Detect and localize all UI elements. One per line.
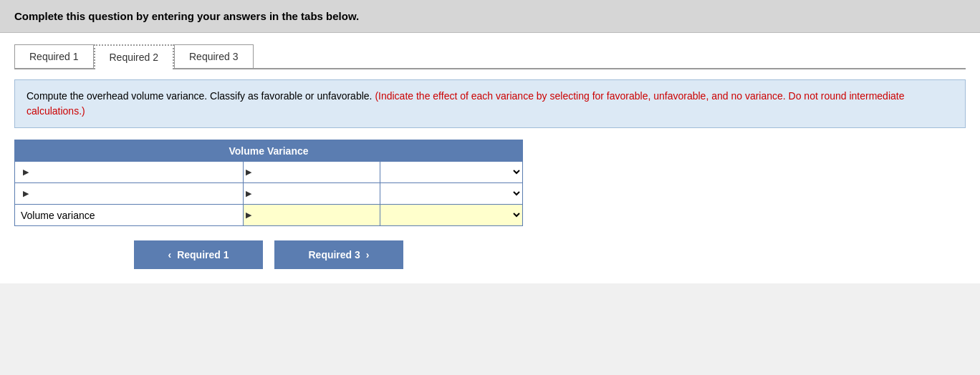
row-1-select-cell: Favorable Unfavorable No variance: [380, 162, 523, 183]
volume-variance-label: Volume variance: [15, 205, 244, 226]
volume-variance-select-cell: Favorable Unfavorable No variance: [380, 205, 523, 226]
nav-buttons: ‹ Required 1 Required 3 ›: [14, 240, 523, 269]
next-button[interactable]: Required 3 ›: [274, 240, 403, 269]
prev-arrow-icon: ‹: [168, 249, 171, 260]
row-1-select[interactable]: Favorable Unfavorable No variance: [380, 162, 522, 182]
table-row: ▶ ▶ Favorable: [15, 183, 523, 205]
row-2-label: ▶: [15, 183, 244, 205]
row-2-select[interactable]: Favorable Unfavorable No variance: [380, 183, 522, 204]
volume-variance-input-cell: ▶: [244, 205, 380, 226]
row-2-input[interactable]: [254, 183, 380, 204]
row-1-input-arrow: ▶: [244, 167, 254, 177]
page-wrapper: Complete this question by entering your …: [0, 0, 980, 375]
volume-variance-input[interactable]: [254, 205, 380, 225]
tab-required-2[interactable]: Required 2: [94, 44, 175, 69]
row-1-input[interactable]: [254, 162, 380, 182]
row-2-input-arrow: ▶: [244, 189, 254, 198]
volume-variance-input-arrow: ▶: [244, 210, 254, 220]
next-arrow-icon: ›: [366, 249, 370, 260]
row-1-left-arrow: ▶: [21, 167, 31, 177]
prev-button[interactable]: ‹ Required 1: [134, 240, 263, 269]
table-section: Volume Variance ▶ ▶: [14, 140, 523, 269]
tabs-container: Required 1 Required 2 Required 3: [14, 44, 966, 69]
table-row-volume-variance: Volume variance ▶ Favorable Unfavo: [15, 205, 523, 226]
page-title: Complete this question by entering your …: [14, 10, 359, 22]
table-row: ▶ ▶ Favorable: [15, 162, 523, 183]
tab-required-3[interactable]: Required 3: [174, 44, 254, 68]
volume-variance-select[interactable]: Favorable Unfavorable No variance: [380, 205, 522, 225]
variance-table: Volume Variance ▶ ▶: [14, 140, 523, 226]
row-2-input-cell: ▶: [244, 183, 380, 205]
row-1-label: ▶: [15, 162, 244, 183]
instruction-main-text: Compute the overhead volume variance. Cl…: [27, 90, 372, 102]
row-2-left-arrow: ▶: [21, 189, 31, 198]
tab-required-1[interactable]: Required 1: [14, 44, 94, 68]
main-content: Required 1 Required 2 Required 3 Compute…: [0, 33, 980, 283]
row-1-input-cell: ▶: [244, 162, 380, 183]
prev-button-label: Required 1: [177, 249, 229, 260]
next-button-label: Required 3: [308, 249, 360, 260]
header-bar: Complete this question by entering your …: [0, 0, 980, 33]
row-2-select-cell: Favorable Unfavorable No variance: [380, 183, 523, 205]
instruction-box: Compute the overhead volume variance. Cl…: [14, 79, 966, 128]
table-header: Volume Variance: [15, 140, 523, 162]
